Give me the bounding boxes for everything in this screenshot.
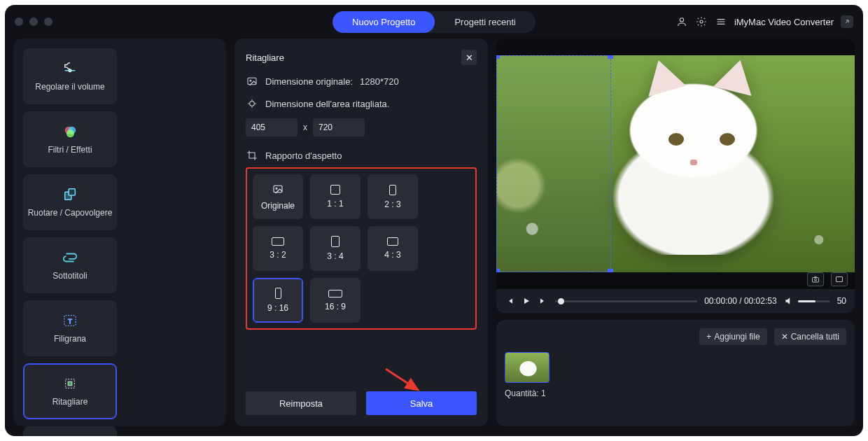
preview-actions (807, 272, 848, 286)
aspect-16_9[interactable]: 16 : 9 (310, 278, 360, 323)
aspect-label: Originale (261, 201, 295, 211)
maximize-window-dot[interactable] (44, 18, 52, 26)
svg-point-1 (700, 20, 703, 23)
menu-icon[interactable] (715, 15, 727, 28)
watermark-icon: T (60, 313, 80, 328)
window-controls (15, 18, 52, 26)
subtitles-icon (60, 250, 80, 265)
svg-point-25 (250, 102, 255, 106)
tab-recent-projects[interactable]: Progetti recenti (435, 11, 535, 33)
queue-thumbnails (505, 352, 846, 383)
add-file-button[interactable]: +Aggiungi file (699, 328, 766, 345)
svg-rect-11 (68, 382, 72, 386)
crop-overlay[interactable] (496, 55, 611, 272)
original-size-value: 1280*720 (360, 76, 399, 87)
account-icon[interactable] (676, 15, 688, 28)
crop-height-input[interactable] (313, 118, 365, 136)
aspect-3_2[interactable]: 3 : 2 (253, 226, 303, 271)
aspect-shape-icon (331, 236, 340, 247)
aspect-shape-icon (328, 290, 342, 298)
image-icon (246, 75, 258, 88)
crop-footer: Reimposta Salva (246, 382, 477, 415)
tool-rotate[interactable]: Ruotare / Capovolgere (23, 174, 117, 230)
aspect-shape-icon (271, 183, 285, 197)
tool-label: Regolare il volume (35, 82, 104, 92)
tools-panel: Regolare il volumeFiltri / EffettiRuotar… (13, 38, 226, 426)
right-column: 00:00:00 / 00:02:53 50 +Aggiungi file ✕C… (496, 38, 855, 426)
plus-icon: + (706, 332, 711, 342)
aspect-9_16[interactable]: 9 : 16 (253, 278, 303, 323)
aspect-shape-icon (275, 288, 281, 299)
save-button[interactable]: Salva (366, 391, 477, 415)
svg-text:T: T (68, 318, 72, 325)
gear-icon[interactable] (695, 15, 708, 28)
tool-subtitles[interactable]: Sottotitoli (23, 237, 117, 293)
next-button[interactable] (538, 296, 548, 306)
external-link-icon[interactable] (841, 15, 853, 28)
svg-rect-7 (69, 189, 75, 195)
fullscreen-icon[interactable] (831, 272, 848, 286)
x-icon: ✕ (781, 332, 788, 342)
volume-value: 50 (837, 296, 846, 306)
timeline[interactable] (555, 300, 697, 302)
clear-all-button[interactable]: ✕Cancella tutti (774, 328, 846, 345)
aspect-label: 16 : 9 (325, 302, 346, 312)
queue-thumb[interactable] (505, 352, 550, 383)
aspect-orig[interactable]: Originale (253, 174, 303, 219)
minimize-window-dot[interactable] (29, 18, 38, 26)
svg-point-5 (66, 130, 74, 137)
tool-watermark[interactable]: TFiligrana (23, 300, 117, 356)
queue-panel: +Aggiungi file ✕Cancella tutti Quantità:… (496, 320, 855, 426)
dimension-x: x (303, 122, 307, 132)
dimension-inputs: x (246, 118, 477, 136)
original-size-row: Dimensione originale: 1280*720 (246, 75, 477, 88)
svg-rect-29 (813, 278, 819, 283)
aspect-label: 4 : 3 (384, 250, 400, 260)
aspect-options: Originale1 : 12 : 33 : 23 : 44 : 39 : 16… (246, 167, 477, 330)
aspect-2_3[interactable]: 2 : 3 (368, 174, 418, 219)
volume-control[interactable] (784, 296, 830, 306)
aspect-label: 3 : 2 (270, 250, 286, 260)
original-size-label: Dimensione originale: (265, 76, 353, 87)
svg-point-0 (680, 18, 683, 22)
aspect-3_4[interactable]: 3 : 4 (310, 226, 360, 271)
video-area[interactable] (496, 38, 855, 289)
app-title: iMyMac Video Converter (734, 17, 834, 27)
rotate-icon (60, 187, 80, 202)
header-right: iMyMac Video Converter (676, 15, 853, 28)
svg-point-2 (69, 69, 71, 72)
tool-volume[interactable]: Regolare il volume (23, 48, 117, 104)
snapshot-icon[interactable] (807, 272, 824, 286)
crop-icon (60, 376, 80, 391)
aspect-1_1[interactable]: 1 : 1 (310, 174, 360, 219)
aspect-label: 3 : 4 (327, 251, 343, 261)
aspect-label: 2 : 3 (384, 200, 400, 209)
aspect-shape-icon (387, 237, 398, 246)
close-button[interactable]: ✕ (461, 50, 477, 65)
svg-point-27 (276, 188, 277, 189)
video-frame (496, 55, 855, 272)
play-button[interactable] (522, 296, 531, 306)
tool-label: Ruotare / Capovolgere (28, 208, 113, 218)
crop-panel: Ritagliare ✕ Dimensione originale: 1280*… (234, 38, 488, 426)
aspect-shape-icon (389, 185, 396, 195)
reset-button[interactable]: Reimposta (246, 391, 356, 415)
titlebar: Nuovo Progetto Progetti recenti iMyMac V… (5, 5, 863, 38)
aspect-4_3[interactable]: 4 : 3 (368, 226, 418, 271)
tool-3d[interactable]: Effetti 3D (23, 426, 117, 436)
target-icon (246, 97, 258, 110)
aspect-label: 1 : 1 (327, 199, 343, 209)
tool-crop[interactable]: Ritagliare (23, 363, 117, 419)
cropped-size-row: Dimensione dell'area ritagliata. (246, 97, 477, 110)
crop-width-input[interactable] (246, 118, 298, 136)
preview-panel: 00:00:00 / 00:02:53 50 (496, 38, 855, 313)
tab-new-project[interactable]: Nuovo Progetto (332, 11, 435, 33)
crop-title: Ritagliare (246, 52, 284, 63)
tool-filters[interactable]: Filtri / Effetti (23, 111, 117, 167)
volume-icon (784, 296, 794, 306)
prev-button[interactable] (505, 296, 514, 306)
close-window-dot[interactable] (15, 18, 23, 26)
tool-label: Filigrana (54, 334, 86, 344)
aspect-row: Rapporto d'aspetto (246, 149, 477, 162)
player-controls: 00:00:00 / 00:02:53 50 (496, 289, 855, 313)
